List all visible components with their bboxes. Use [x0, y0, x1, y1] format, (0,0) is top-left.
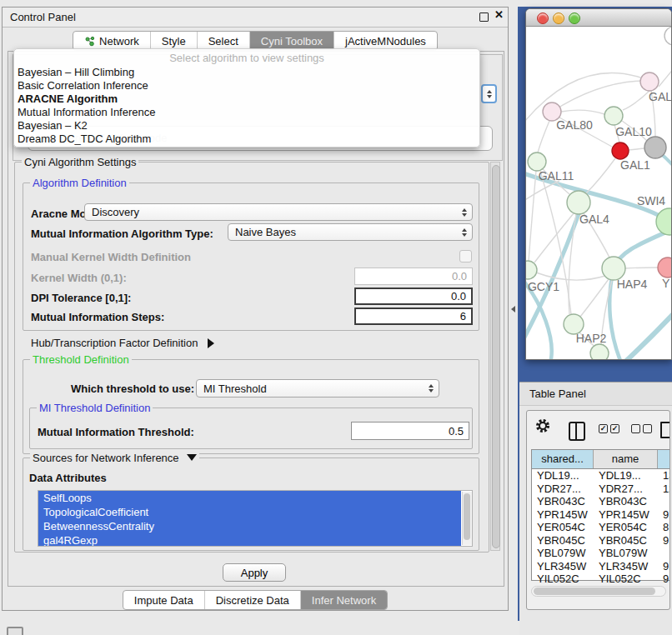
network-node[interactable]: [590, 344, 609, 360]
mi-algorithm-type-combobox[interactable]: Naive Bayes: [228, 223, 473, 241]
tab-cyni-toolbox[interactable]: Cyni Toolbox: [249, 32, 333, 50]
network-edge[interactable]: [536, 272, 605, 280]
mi-algorithm-type-value: Naive Bayes: [235, 226, 296, 238]
algorithm-dropdown-popup: Select algorithm to view settings Bayesi…: [13, 48, 480, 148]
data-attribute-item[interactable]: gal4RGexp: [38, 533, 461, 547]
dpi-tolerance-input[interactable]: 0.0: [354, 288, 473, 305]
which-threshold-combobox[interactable]: MI Threshold: [196, 379, 439, 398]
gear-icon[interactable]: [535, 418, 550, 433]
manual-kernel-width-checkbox[interactable]: [459, 250, 472, 262]
network-canvas[interactable]: GALGAL80GAL10GAL1GAL11SWI4GAL4GCY1HAP4YH…: [526, 26, 672, 360]
zoom-window-icon[interactable]: [569, 12, 580, 24]
table-row[interactable]: YBR043C YBR043C: [532, 495, 670, 508]
aracne-mode-combobox[interactable]: Discovery: [84, 203, 473, 221]
kernel-width-input[interactable]: 0.0: [354, 268, 473, 285]
panel-collapse-arrow-icon[interactable]: [511, 306, 515, 312]
network-edge[interactable]: [625, 268, 658, 268]
table-row[interactable]: YPR145W YPR145W 9.: [532, 508, 670, 522]
tab-select[interactable]: Select: [197, 32, 249, 50]
algorithm-option[interactable]: Dream8 DC_TDC Algorithm: [14, 132, 479, 146]
data-attribute-item[interactable]: BetweennessCentrality: [38, 519, 461, 533]
sources-title-text: Sources for Network Inference: [33, 452, 179, 464]
network-edge[interactable]: [623, 91, 649, 110]
table-row[interactable]: YBL079W YBL079W: [532, 547, 670, 560]
network-node-label: GAL1: [620, 158, 650, 172]
network-edge[interactable]: [629, 148, 644, 150]
data-attribute-item[interactable]: SelfLoops: [38, 491, 461, 505]
network-node[interactable]: [528, 152, 546, 171]
cell-value: 9.: [658, 508, 670, 522]
column-header-shared-name[interactable]: shared...: [532, 450, 594, 468]
unchecked-checkbox-icon[interactable]: [631, 424, 640, 433]
network-edge[interactable]: [561, 110, 604, 114]
table-row[interactable]: YIL052C YIL052C 9: [532, 572, 670, 586]
network-node[interactable]: [567, 191, 590, 214]
float-window-icon[interactable]: [479, 12, 489, 22]
network-edge[interactable]: [586, 158, 615, 193]
network-node[interactable]: [526, 261, 537, 279]
table-header-row: shared... name A: [532, 450, 670, 469]
table-row[interactable]: YLR345W YLR345W 9.: [532, 560, 670, 573]
algorithm-option-label: Bayesian – Hill Climbing: [18, 66, 134, 78]
column-header-partial[interactable]: A: [658, 450, 670, 468]
apply-button[interactable]: Apply: [223, 563, 286, 582]
network-node[interactable]: [664, 27, 672, 45]
mi-threshold-input[interactable]: 0.5: [351, 422, 469, 440]
algorithm-option[interactable]: Bayesian – Hill Climbing: [14, 66, 479, 79]
network-node[interactable]: [644, 137, 666, 158]
split-columns-icon[interactable]: [569, 422, 585, 441]
dropdown-placeholder: Select algorithm to view settings: [14, 49, 479, 66]
network-edge[interactable]: [538, 121, 549, 152]
algorithm-option[interactable]: Basic Correlation Inference: [14, 79, 479, 92]
data-attributes-label: Data Attributes: [29, 472, 107, 484]
network-window-titlebar[interactable]: [526, 9, 671, 27]
attributes-scrollbar-thumb[interactable]: [464, 493, 470, 540]
tab-label: Style: [162, 35, 186, 48]
table-row[interactable]: YDL19... YDL19... 13: [532, 469, 670, 482]
data-attribute-item[interactable]: TopologicalCoefficient: [38, 505, 461, 519]
settings-scrollbar[interactable]: [490, 162, 500, 551]
network-node[interactable]: [612, 142, 629, 159]
algorithm-option[interactable]: ARACNE Algorithm: [14, 92, 479, 106]
tab-jactivemnodules[interactable]: jActiveMNodules: [333, 32, 437, 50]
minimize-window-icon[interactable]: [553, 12, 564, 24]
table-horizontal-scrollbar[interactable]: [531, 586, 666, 597]
table-scrollbar-thumb[interactable]: [534, 588, 655, 595]
close-window-icon[interactable]: [537, 12, 549, 24]
checked-checkbox-icon[interactable]: ✓: [610, 424, 619, 433]
tab-discretize-data[interactable]: Discretize Data: [204, 591, 300, 609]
unchecked-checkbox-icon[interactable]: [643, 424, 652, 433]
tab-impute-data[interactable]: Impute Data: [123, 591, 204, 609]
network-edge[interactable]: [580, 279, 609, 317]
corner-widget[interactable]: [7, 627, 23, 635]
cell-name: YLR345W: [594, 560, 658, 573]
network-edge[interactable]: [624, 311, 672, 360]
table-row[interactable]: YER054C YER054C 8.: [532, 521, 670, 534]
close-icon[interactable]: ✕: [494, 8, 504, 21]
network-node[interactable]: [658, 258, 672, 278]
network-edge[interactable]: [529, 171, 536, 261]
algorithm-option[interactable]: Bayesian – K2: [14, 119, 479, 132]
network-node[interactable]: [604, 107, 623, 125]
network-edge[interactable]: [659, 68, 672, 87]
network-node[interactable]: [656, 208, 672, 235]
settings-scrollbar-thumb[interactable]: [492, 165, 500, 548]
attributes-scrollbar[interactable]: [462, 492, 472, 545]
table-row[interactable]: YDR27... YDR27... 12: [532, 482, 670, 496]
network-node[interactable]: [640, 72, 659, 91]
mi-steps-input[interactable]: 6: [354, 308, 473, 325]
algorithm-option[interactable]: Mutual Information Inference: [14, 106, 479, 119]
algorithm-combo-spinner[interactable]: [481, 84, 497, 103]
checked-checkbox-icon[interactable]: ✓: [599, 424, 608, 433]
cell-shared-name: YPR145W: [532, 508, 594, 522]
screen: Control Panel ✕ Network Style Select: [0, 0, 672, 635]
network-node[interactable]: [602, 257, 625, 280]
hub-definition-toggle[interactable]: Hub/Transcription Factor Definition: [31, 337, 214, 349]
sources-group-title[interactable]: Sources for Network Inference: [30, 452, 199, 464]
document-icon[interactable]: [660, 422, 670, 438]
table-row[interactable]: YBR045C YBR045C 9.: [532, 534, 670, 548]
tab-network[interactable]: Network: [73, 32, 150, 50]
tab-style[interactable]: Style: [150, 32, 197, 50]
column-header-name[interactable]: name: [594, 450, 658, 468]
tab-infer-network[interactable]: Infer Network: [300, 591, 387, 609]
